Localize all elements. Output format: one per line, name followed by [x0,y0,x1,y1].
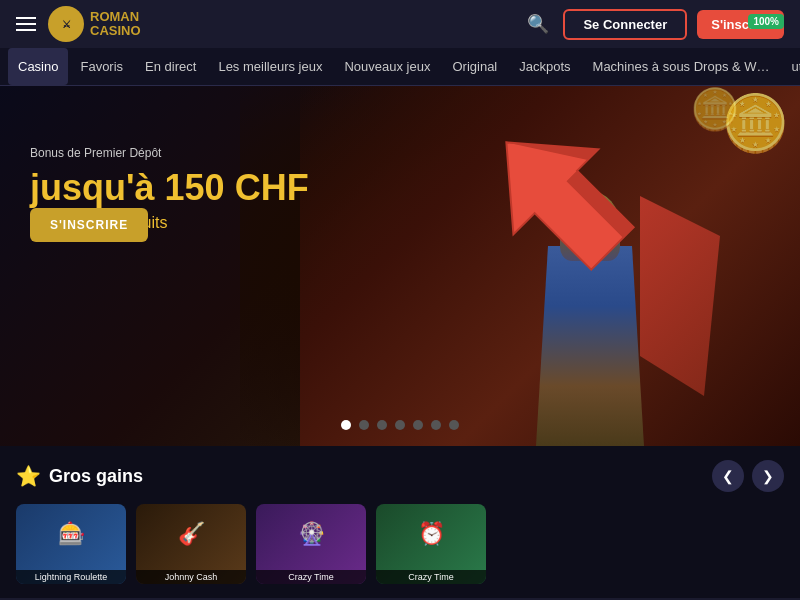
game-icon-1: 🎰 [16,504,126,564]
nav-item-casino[interactable]: Casino [8,48,68,85]
prev-arrow-button[interactable]: ❮ [712,460,744,492]
connect-button[interactable]: Se Connecter [563,9,687,40]
hero-banner: 🪙 🪙 Bonus de Premier Dépôt jusqu'à 150 C… [0,86,800,446]
dot-4[interactable] [395,420,405,430]
game-card-3[interactable]: 🎡 Crazy Time [256,504,366,584]
hero-content: Bonus de Premier Dépôt jusqu'à 150 CHF +… [30,146,309,262]
header-left: ⚔ ROMAN CASINO [16,6,141,42]
dot-2[interactable] [359,420,369,430]
nav-arrows: ❮ ❯ [712,460,784,492]
hero-sub-label: Bonus de Premier Dépôt [30,146,309,160]
game-label-1: Lightning Roulette [16,570,126,584]
game-label-2: Johnny Cash [136,570,246,584]
logo-text: ROMAN CASINO [90,10,141,39]
section-title: ⭐ Gros gains [16,464,143,488]
header-right: 🔍 Se Connecter 100% S'inscrire [523,9,784,40]
star-icon: ⭐ [16,464,41,488]
register-wrap: 100% S'inscrire [697,10,784,39]
hero-title: jusqu'à 150 CHF [30,168,309,208]
game-card-1[interactable]: 🎰 Lightning Roulette [16,504,126,584]
header: ⚔ ROMAN CASINO 🔍 Se Connecter 100% S'ins… [0,0,800,48]
game-label-3: Crazy Time [256,570,366,584]
game-icon-3: 🎡 [256,504,366,564]
section-header: ⭐ Gros gains ❮ ❯ [16,460,784,492]
hero-dots [341,420,459,430]
nav-item-jackpots[interactable]: Jackpots [509,48,580,85]
game-icon-2: 🎸 [136,504,246,564]
nav-item-favoris[interactable]: Favoris [70,48,133,85]
game-icon-4: ⏰ [376,504,486,564]
main-nav: Casino Favoris En direct Les meilleurs j… [0,48,800,86]
game-card-2[interactable]: 🎸 Johnny Cash [136,504,246,584]
dot-1[interactable] [341,420,351,430]
next-arrow-button[interactable]: ❯ [752,460,784,492]
dot-5[interactable] [413,420,423,430]
dot-3[interactable] [377,420,387,430]
nav-item-en-direct[interactable]: En direct [135,48,206,85]
dot-7[interactable] [449,420,459,430]
red-arrow-annotation [470,106,670,306]
nav-item-machines-drops[interactable]: Machines à sous Drops & W… [583,48,780,85]
game-card-4[interactable]: ⏰ Crazy Time [376,504,486,584]
bottom-section: ⭐ Gros gains ❮ ❯ 🎰 Lightning Roulette 🎸 … [0,446,800,598]
hero-cta-button[interactable]: S'INSCRIRE [30,208,148,242]
nav-item-bonus[interactable]: ut de bonus [782,48,800,85]
bonus-badge: 100% [748,14,784,29]
nav-item-nouveaux-jeux[interactable]: Nouveaux jeux [334,48,440,85]
logo[interactable]: ⚔ ROMAN CASINO [48,6,141,42]
nav-item-meilleurs-jeux[interactable]: Les meilleurs jeux [208,48,332,85]
nav-item-original[interactable]: Original [442,48,507,85]
games-row: 🎰 Lightning Roulette 🎸 Johnny Cash 🎡 Cra… [16,504,784,584]
section-title-text: Gros gains [49,466,143,487]
svg-marker-0 [470,106,655,291]
logo-icon: ⚔ [48,6,84,42]
dot-6[interactable] [431,420,441,430]
header-search-icon[interactable]: 🔍 [523,9,553,39]
game-label-4: Crazy Time [376,570,486,584]
hamburger-menu[interactable] [16,17,36,31]
